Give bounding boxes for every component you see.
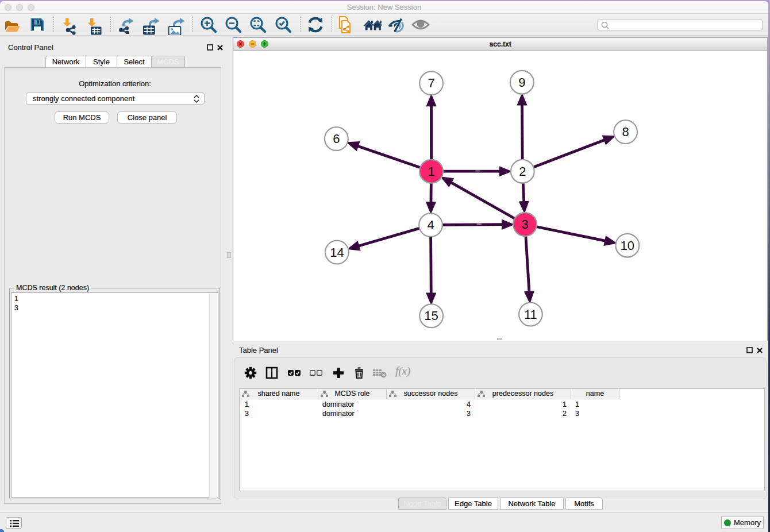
svg-text:11: 11 xyxy=(524,307,537,321)
svg-text:8: 8 xyxy=(622,125,629,139)
svg-text:15: 15 xyxy=(424,309,438,323)
svg-text:3: 3 xyxy=(521,217,528,232)
svg-text:7: 7 xyxy=(428,76,434,90)
svg-text:14: 14 xyxy=(330,245,344,259)
svg-text:2: 2 xyxy=(519,164,526,178)
svg-text:9: 9 xyxy=(518,75,525,89)
svg-text:10: 10 xyxy=(621,238,634,252)
svg-text:1: 1 xyxy=(428,164,434,178)
svg-text:4: 4 xyxy=(427,218,434,232)
svg-text:6: 6 xyxy=(333,132,340,146)
